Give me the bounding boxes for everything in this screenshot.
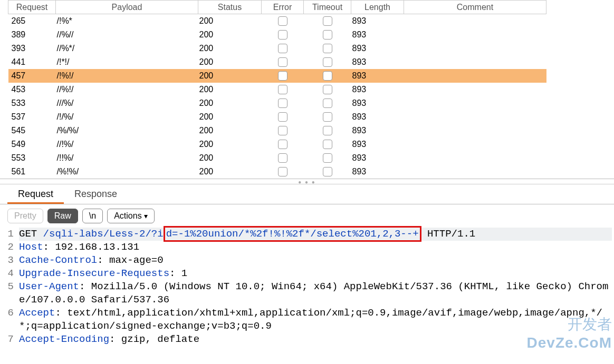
table-row[interactable]: 265/!%*200893 [8, 14, 546, 28]
cell-comment [404, 55, 546, 69]
tab-response[interactable]: Response [64, 184, 128, 204]
line-code[interactable]: Cache-Control: max-age=0 [19, 254, 612, 267]
cell-timeout [304, 55, 351, 69]
timeout-checkbox[interactable] [323, 140, 332, 149]
error-checkbox[interactable] [278, 112, 287, 122]
cell-length: 893 [351, 69, 404, 83]
timeout-checkbox[interactable] [323, 167, 332, 176]
timeout-checkbox[interactable] [323, 99, 332, 108]
cell-status: 200 [198, 55, 262, 69]
cell-comment [404, 124, 546, 137]
line-number: 5 [7, 280, 19, 307]
error-checkbox[interactable] [278, 99, 287, 108]
pane-drag-handle[interactable]: ● ● ● [0, 179, 614, 184]
col-request[interactable]: Request [8, 1, 56, 14]
line-number: 4 [7, 267, 19, 280]
line-code[interactable]: User-Agent: Mozilla/5.0 (Windows NT 10.0… [19, 280, 612, 307]
cell-timeout [304, 28, 351, 42]
table-row[interactable]: 537/!/%/200893 [8, 110, 546, 124]
timeout-checkbox[interactable] [323, 71, 332, 81]
cell-timeout [304, 137, 351, 151]
timeout-checkbox[interactable] [323, 30, 332, 40]
view-toolbar: Pretty Raw \n Actions [0, 204, 614, 228]
cell-status: 200 [198, 14, 262, 28]
pretty-button[interactable]: Pretty [7, 209, 43, 223]
error-checkbox[interactable] [278, 140, 287, 149]
cell-length: 893 [351, 124, 404, 137]
col-length[interactable]: Length [351, 1, 404, 14]
error-checkbox[interactable] [278, 85, 287, 94]
timeout-checkbox[interactable] [323, 112, 332, 122]
cell-error [262, 69, 304, 83]
editor-line[interactable]: 7Accept-Encoding: gzip, deflate [7, 333, 612, 346]
table-row[interactable]: 561/%!%/200893 [8, 165, 546, 179]
cell-request: 393 [8, 42, 56, 55]
error-checkbox[interactable] [278, 57, 287, 67]
actions-dropdown[interactable]: Actions [107, 209, 154, 223]
col-error[interactable]: Error [262, 1, 304, 14]
error-checkbox[interactable] [278, 167, 287, 176]
cell-timeout [304, 42, 351, 55]
timeout-checkbox[interactable] [323, 126, 332, 135]
line-code[interactable]: GET /sqli-labs/Less-2/?id=-1%20union/*%2… [19, 228, 612, 241]
cell-length: 893 [351, 42, 404, 55]
timeout-checkbox[interactable] [323, 85, 332, 94]
cell-payload: /!*!/ [56, 55, 198, 69]
line-code[interactable]: Host: 192.168.13.131 [19, 241, 612, 254]
error-checkbox[interactable] [278, 44, 287, 53]
timeout-checkbox[interactable] [323, 16, 332, 26]
cell-length: 893 [351, 137, 404, 151]
table-row[interactable]: 441/!*!/200893 [8, 55, 546, 69]
cell-comment [404, 165, 546, 179]
cell-request: 441 [8, 55, 56, 69]
timeout-checkbox[interactable] [323, 57, 332, 67]
error-checkbox[interactable] [278, 126, 287, 135]
table-row[interactable]: 549//!%/200893 [8, 137, 546, 151]
error-checkbox[interactable] [278, 16, 287, 26]
editor-line[interactable]: 2Host: 192.168.13.131 [7, 241, 612, 254]
cell-timeout [304, 110, 351, 124]
cell-comment [404, 110, 546, 124]
table-row[interactable]: 389//%//200893 [8, 28, 546, 42]
cell-timeout [304, 69, 351, 83]
table-row[interactable]: 453//%!/200893 [8, 83, 546, 96]
line-code[interactable]: Accept: text/html,application/xhtml+xml,… [19, 307, 612, 333]
cell-length: 893 [351, 110, 404, 124]
cell-status: 200 [198, 137, 262, 151]
request-editor[interactable]: 1GET /sqli-labs/Less-2/?id=-1%20union/*%… [0, 228, 614, 346]
cell-payload: /%!%/ [56, 165, 198, 179]
cell-length: 893 [351, 83, 404, 96]
timeout-checkbox[interactable] [323, 153, 332, 163]
cell-error [262, 14, 304, 28]
timeout-checkbox[interactable] [323, 44, 332, 53]
newline-button[interactable]: \n [82, 209, 103, 223]
error-checkbox[interactable] [278, 30, 287, 40]
editor-line[interactable]: 5User-Agent: Mozilla/5.0 (Windows NT 10.… [7, 280, 612, 307]
col-status[interactable]: Status [198, 1, 262, 14]
table-row[interactable]: 393//%*/200893 [8, 42, 546, 55]
cell-comment [404, 28, 546, 42]
col-timeout[interactable]: Timeout [304, 1, 351, 14]
cell-timeout [304, 14, 351, 28]
line-code[interactable]: Accept-Encoding: gzip, deflate [19, 333, 612, 346]
error-checkbox[interactable] [278, 71, 287, 81]
cell-status: 200 [198, 165, 262, 179]
tab-request[interactable]: Request [7, 184, 64, 204]
cell-comment [404, 83, 546, 96]
table-row[interactable]: 553/!!%/200893 [8, 151, 546, 165]
col-comment[interactable]: Comment [404, 1, 546, 14]
table-row[interactable]: 457/!%!/200893 [8, 69, 546, 83]
editor-line[interactable]: 4Upgrade-Insecure-Requests: 1 [7, 267, 612, 280]
raw-button[interactable]: Raw [47, 209, 78, 223]
line-number: 3 [7, 254, 19, 267]
table-row[interactable]: 533///%/200893 [8, 96, 546, 110]
editor-line[interactable]: 3Cache-Control: max-age=0 [7, 254, 612, 267]
line-code[interactable]: Upgrade-Insecure-Requests: 1 [19, 267, 612, 280]
col-payload[interactable]: Payload [56, 1, 198, 14]
cell-payload: /!%!/ [56, 69, 198, 83]
error-checkbox[interactable] [278, 153, 287, 163]
cell-length: 893 [351, 165, 404, 179]
editor-line[interactable]: 1GET /sqli-labs/Less-2/?id=-1%20union/*%… [7, 228, 612, 241]
editor-line[interactable]: 6Accept: text/html,application/xhtml+xml… [7, 307, 612, 333]
table-row[interactable]: 545/%/%/200893 [8, 124, 546, 137]
